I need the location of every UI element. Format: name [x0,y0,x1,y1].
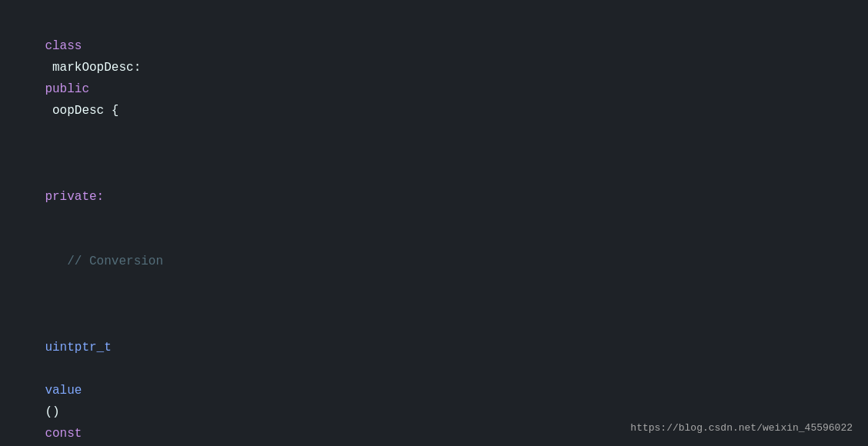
keyword-const: const [45,427,82,441]
keyword-public: public [45,82,89,96]
code-line-1: class markOopDesc: public oopDesc { [15,14,853,143]
source-url: https://blog.csdn.net/weixin_45596022 [630,421,853,437]
code-container: class markOopDesc: public oopDesc { priv… [0,0,868,446]
func-value: value [45,384,82,398]
comment-conversion: // Conversion [45,255,163,268]
code-line-3: // Conversion [15,229,853,294]
keyword-class: class [45,39,82,53]
type-uintptr: uintptr_t [45,341,111,354]
keyword-private: private: [45,190,104,204]
code-line-2: private: [15,143,853,229]
